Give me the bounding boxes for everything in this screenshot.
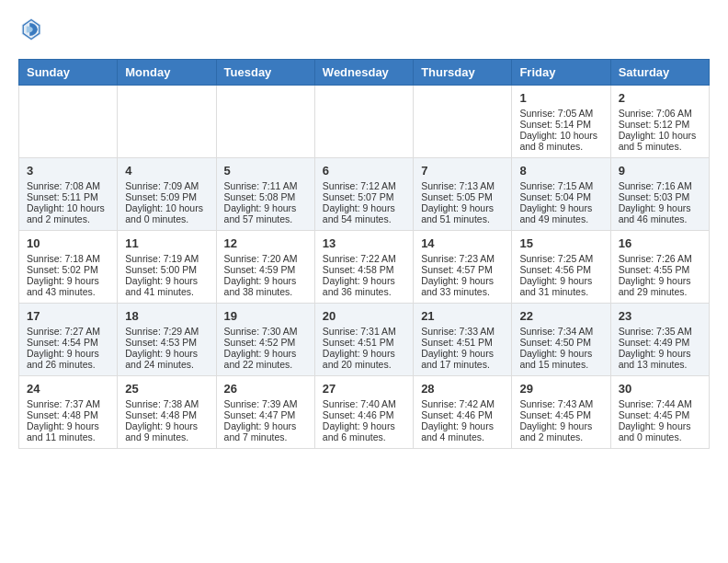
daylight-text: Daylight: 9 hours and 57 minutes. [224, 202, 307, 224]
sunset-text: Sunset: 4:48 PM [27, 409, 109, 420]
sunset-text: Sunset: 5:08 PM [224, 191, 307, 202]
calendar-cell: 2Sunrise: 7:06 AMSunset: 5:12 PMDaylight… [610, 86, 709, 158]
sunrise-text: Sunrise: 7:34 AM [519, 326, 602, 337]
daylight-text: Daylight: 9 hours and 43 minutes. [27, 275, 109, 297]
day-number: 27 [323, 382, 405, 396]
day-number: 9 [619, 164, 701, 178]
sunset-text: Sunset: 4:51 PM [323, 337, 405, 348]
sunset-text: Sunset: 4:54 PM [27, 337, 109, 348]
sunrise-text: Sunrise: 7:13 AM [421, 180, 504, 191]
sunrise-text: Sunrise: 7:15 AM [519, 180, 602, 191]
day-number: 11 [125, 236, 208, 250]
day-number: 12 [224, 236, 307, 250]
daylight-text: Daylight: 9 hours and 20 minutes. [323, 348, 405, 370]
daylight-text: Daylight: 10 hours and 8 minutes. [519, 130, 602, 152]
sunrise-text: Sunrise: 7:39 AM [224, 398, 307, 409]
day-number: 8 [519, 164, 602, 178]
sunrise-text: Sunrise: 7:42 AM [421, 398, 504, 409]
sunrise-text: Sunrise: 7:44 AM [619, 398, 701, 409]
day-number: 17 [27, 309, 109, 323]
day-number: 4 [125, 164, 208, 178]
calendar-table: SundayMondayTuesdayWednesdayThursdayFrid… [18, 59, 710, 449]
day-number: 25 [125, 382, 208, 396]
day-number: 3 [27, 164, 109, 178]
sunrise-text: Sunrise: 7:33 AM [421, 326, 504, 337]
sunset-text: Sunset: 4:55 PM [619, 264, 701, 275]
weekday-header: Sunday [19, 60, 118, 86]
calendar-cell: 11Sunrise: 7:19 AMSunset: 5:00 PMDayligh… [118, 231, 216, 304]
daylight-text: Daylight: 9 hours and 24 minutes. [125, 348, 208, 370]
daylight-text: Daylight: 9 hours and 22 minutes. [224, 348, 307, 370]
sunset-text: Sunset: 5:03 PM [619, 191, 701, 202]
daylight-text: Daylight: 9 hours and 33 minutes. [421, 275, 504, 297]
calendar-cell: 18Sunrise: 7:29 AMSunset: 4:53 PMDayligh… [118, 304, 216, 376]
calendar-cell [216, 86, 314, 158]
sunset-text: Sunset: 5:14 PM [519, 119, 602, 130]
daylight-text: Daylight: 9 hours and 46 minutes. [619, 202, 701, 224]
day-number: 7 [421, 164, 504, 178]
sunrise-text: Sunrise: 7:18 AM [27, 253, 109, 264]
logo [18, 18, 48, 44]
weekday-header: Monday [118, 60, 216, 86]
weekday-header: Friday [512, 60, 610, 86]
calendar-week-row: 1Sunrise: 7:05 AMSunset: 5:14 PMDaylight… [19, 86, 710, 158]
calendar-cell: 28Sunrise: 7:42 AMSunset: 4:46 PMDayligh… [414, 376, 512, 449]
page-header [18, 18, 710, 44]
day-number: 13 [323, 236, 405, 250]
sunset-text: Sunset: 4:49 PM [619, 337, 701, 348]
day-number: 1 [519, 91, 602, 105]
day-number: 24 [27, 382, 109, 396]
calendar-week-row: 17Sunrise: 7:27 AMSunset: 4:54 PMDayligh… [19, 304, 710, 376]
daylight-text: Daylight: 9 hours and 13 minutes. [619, 348, 701, 370]
day-number: 22 [519, 309, 602, 323]
sunrise-text: Sunrise: 7:25 AM [519, 253, 602, 264]
sunset-text: Sunset: 4:51 PM [421, 337, 504, 348]
day-number: 14 [421, 236, 504, 250]
sunrise-text: Sunrise: 7:06 AM [619, 108, 701, 119]
calendar-cell: 19Sunrise: 7:30 AMSunset: 4:52 PMDayligh… [216, 304, 314, 376]
sunrise-text: Sunrise: 7:29 AM [125, 326, 208, 337]
calendar-cell: 4Sunrise: 7:09 AMSunset: 5:09 PMDaylight… [118, 158, 216, 231]
daylight-text: Daylight: 9 hours and 31 minutes. [519, 275, 602, 297]
calendar-cell [414, 86, 512, 158]
daylight-text: Daylight: 9 hours and 2 minutes. [519, 420, 602, 442]
calendar-cell [118, 86, 216, 158]
weekday-header-row: SundayMondayTuesdayWednesdayThursdayFrid… [19, 60, 710, 86]
calendar-week-row: 24Sunrise: 7:37 AMSunset: 4:48 PMDayligh… [19, 376, 710, 449]
sunset-text: Sunset: 4:46 PM [421, 409, 504, 420]
sunset-text: Sunset: 4:52 PM [224, 337, 307, 348]
calendar-week-row: 10Sunrise: 7:18 AMSunset: 5:02 PMDayligh… [19, 231, 710, 304]
calendar-cell: 15Sunrise: 7:25 AMSunset: 4:56 PMDayligh… [512, 231, 610, 304]
sunset-text: Sunset: 4:50 PM [519, 337, 602, 348]
sunset-text: Sunset: 5:04 PM [519, 191, 602, 202]
calendar-cell [19, 86, 118, 158]
daylight-text: Daylight: 9 hours and 15 minutes. [519, 348, 602, 370]
sunrise-text: Sunrise: 7:23 AM [421, 253, 504, 264]
calendar-cell: 23Sunrise: 7:35 AMSunset: 4:49 PMDayligh… [610, 304, 709, 376]
day-number: 15 [519, 236, 602, 250]
calendar-week-row: 3Sunrise: 7:08 AMSunset: 5:11 PMDaylight… [19, 158, 710, 231]
calendar-cell: 10Sunrise: 7:18 AMSunset: 5:02 PMDayligh… [19, 231, 118, 304]
sunset-text: Sunset: 5:07 PM [323, 191, 405, 202]
sunrise-text: Sunrise: 7:38 AM [125, 398, 208, 409]
sunset-text: Sunset: 4:45 PM [519, 409, 602, 420]
sunrise-text: Sunrise: 7:26 AM [619, 253, 701, 264]
sunrise-text: Sunrise: 7:31 AM [323, 326, 405, 337]
daylight-text: Daylight: 10 hours and 2 minutes. [27, 202, 109, 224]
sunset-text: Sunset: 4:47 PM [224, 409, 307, 420]
weekday-header: Thursday [414, 60, 512, 86]
daylight-text: Daylight: 9 hours and 11 minutes. [27, 420, 109, 442]
day-number: 20 [323, 309, 405, 323]
calendar-cell: 26Sunrise: 7:39 AMSunset: 4:47 PMDayligh… [216, 376, 314, 449]
daylight-text: Daylight: 9 hours and 26 minutes. [27, 348, 109, 370]
sunset-text: Sunset: 4:56 PM [519, 264, 602, 275]
weekday-header: Wednesday [314, 60, 413, 86]
daylight-text: Daylight: 9 hours and 6 minutes. [323, 420, 405, 442]
calendar-cell: 16Sunrise: 7:26 AMSunset: 4:55 PMDayligh… [610, 231, 709, 304]
sunset-text: Sunset: 5:11 PM [27, 191, 109, 202]
day-number: 21 [421, 309, 504, 323]
sunrise-text: Sunrise: 7:12 AM [323, 180, 405, 191]
daylight-text: Daylight: 9 hours and 36 minutes. [323, 275, 405, 297]
sunrise-text: Sunrise: 7:16 AM [619, 180, 701, 191]
daylight-text: Daylight: 9 hours and 17 minutes. [421, 348, 504, 370]
